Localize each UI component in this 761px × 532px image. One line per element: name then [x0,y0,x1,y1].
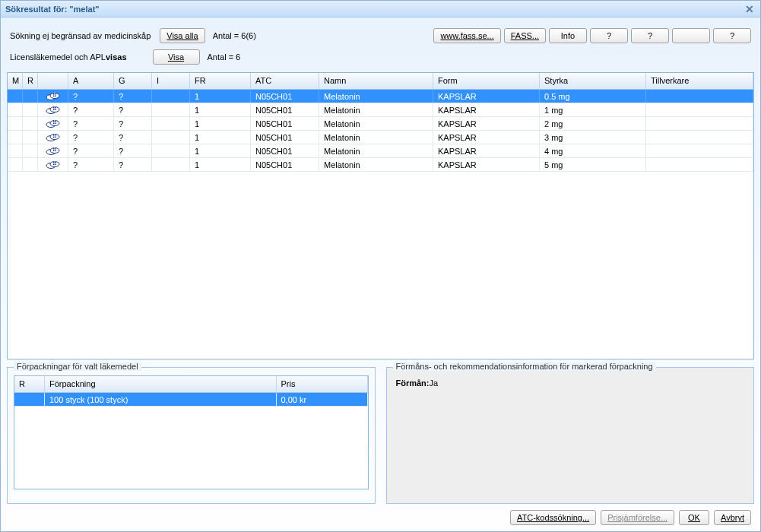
help-button-2[interactable]: ? [631,28,669,43]
cell-form: KAPSLAR [433,90,540,103]
col-header-r[interactable]: R [23,73,38,89]
bottom-panels: Förpackningar för valt läkemedel R Förpa… [7,367,754,504]
cell-m [8,131,23,144]
content-area: Sökning ej begränsad av medicinskåp Visa… [1,17,760,531]
cell-m [8,90,23,103]
show-button[interactable]: Visa [153,49,200,65]
atc-search-button[interactable]: ATC-kodssökning... [510,510,596,525]
table-row[interactable]: ??1N05CH01MelatoninKAPSLAR0.5 mg [8,90,753,103]
pill-icon [38,117,68,130]
cell-atc: N05CH01 [251,158,319,171]
ok-button[interactable]: OK [679,510,709,525]
cell-tillverkare [646,131,753,144]
cell-tillverkare [646,90,753,103]
pill-icon [38,158,68,171]
window-title: Sökresultat för: "melat" [5,5,744,14]
pack-row[interactable]: 100 styck (100 styck)0,00 kr [14,393,368,407]
col-header-m[interactable]: M [8,73,23,89]
close-icon[interactable]: ✕ [744,3,756,15]
svg-rect-5 [52,94,57,95]
svg-rect-23 [52,135,57,136]
fass-button[interactable]: FASS... [504,28,546,43]
cell-styrka: 1 mg [540,103,646,116]
cell-r [23,90,38,103]
col-header-g[interactable]: G [114,73,152,89]
col-header-atc[interactable]: ATC [251,73,319,89]
pack-header: R Förpackning Pris [14,376,368,393]
cell-tillverkare [646,103,753,116]
help-button-3[interactable]: ? [713,28,751,43]
filter-label-2-prefix: Licensläkemedel och APL [10,52,106,62]
cell-i [152,144,190,157]
pill-icon [38,131,68,144]
cell-styrka: 5 mg [540,158,646,171]
table-row[interactable]: ??1N05CH01MelatoninKAPSLAR1 mg [8,103,753,117]
benefit-label: Förmån: [396,378,430,388]
price-compare-button[interactable]: Prisjämförelse... [601,510,674,525]
cell-fr: 1 [190,103,251,116]
col-header-fr[interactable]: FR [190,73,251,89]
benefit-legend: Förmåns- och rekommendationsinformation … [393,362,656,371]
cell-g: ? [114,117,152,130]
svg-rect-11 [52,108,57,109]
cell-r [23,103,38,116]
cell-a: ? [68,103,114,116]
cell-i [152,103,190,116]
cell-atc: N05CH01 [251,117,319,130]
col-header-namn[interactable]: Namn [319,73,433,89]
cell-fr: 1 [190,158,251,171]
cell-m [8,158,23,171]
table-row[interactable]: ??1N05CH01MelatoninKAPSLAR4 mg [8,144,753,158]
pill-icon [38,144,68,157]
cell-fr: 1 [190,90,251,103]
packages-panel: Förpackningar för valt läkemedel R Förpa… [7,367,376,504]
pack-body[interactable]: 100 styck (100 styck)0,00 kr [14,393,368,489]
pack-col-r[interactable]: R [14,376,45,392]
blank-button[interactable] [672,28,710,43]
packages-legend: Förpackningar för valt läkemedel [14,362,141,371]
grid-header: M R A G I FR ATC Namn Form Styrka Tillve… [8,73,753,90]
filter-label-1: Sökning ej begränsad av medicinskåp [10,31,151,40]
col-header-icon[interactable] [38,73,68,89]
cell-a: ? [68,131,114,144]
show-all-button[interactable]: Visa alla [160,28,205,43]
cell-form: KAPSLAR [433,131,540,144]
cell-i [152,117,190,130]
col-header-styrka[interactable]: Styrka [540,73,646,89]
cell-namn: Melatonin [319,131,433,144]
col-header-a[interactable]: A [68,73,114,89]
cell-m [8,144,23,157]
pack-col-price[interactable]: Pris [277,376,368,392]
svg-rect-35 [52,163,57,163]
fass-www-button[interactable]: www.fass.se... [433,28,500,43]
info-button[interactable]: Info [549,28,587,43]
col-header-form[interactable]: Form [433,73,540,89]
cell-g: ? [114,131,152,144]
cell-form: KAPSLAR [433,158,540,171]
cell-styrka: 2 mg [540,117,646,130]
cell-namn: Melatonin [319,158,433,171]
cell-i [152,90,190,103]
grid-body[interactable]: ??1N05CH01MelatoninKAPSLAR0.5 mg??1N05CH… [8,90,753,359]
svg-rect-17 [52,122,57,122]
pack-col-pack[interactable]: Förpackning [45,376,277,392]
table-row[interactable]: ??1N05CH01MelatoninKAPSLAR5 mg [8,158,753,172]
filter-row-2: Licensläkemedel och APL visas Visa Antal… [7,46,754,69]
search-result-window: Sökresultat för: "melat" ✕ Sökning ej be… [0,0,761,532]
col-header-i[interactable]: I [152,73,190,89]
cell-a: ? [68,144,114,157]
benefit-value: Ja [430,378,439,388]
cell-i [152,131,190,144]
help-button-1[interactable]: ? [590,28,628,43]
col-header-tillverkare[interactable]: Tillverkare [646,73,753,89]
table-row[interactable]: ??1N05CH01MelatoninKAPSLAR3 mg [8,131,753,144]
cell-atc: N05CH01 [251,131,319,144]
table-row[interactable]: ??1N05CH01MelatoninKAPSLAR2 mg [8,117,753,131]
pill-icon [38,103,68,116]
cell-r [23,131,38,144]
cell-fr: 1 [190,144,251,157]
svg-rect-29 [52,149,57,150]
cancel-button[interactable]: Avbryt [714,510,751,525]
cell-a: ? [68,158,114,171]
cell-form: KAPSLAR [433,144,540,157]
